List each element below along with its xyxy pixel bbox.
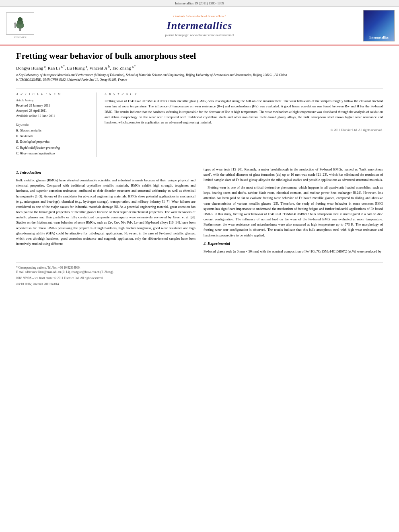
article-info-heading: A R T I C L E I N F O: [16, 92, 91, 96]
paper-title: Fretting wear behavior of bulk amorphous…: [16, 50, 383, 62]
journal-header: ELSEVIER Contents lists available at Sci…: [0, 7, 399, 45]
abstract-heading: A B S T R A C T: [105, 92, 383, 96]
keyword-3: B. Tribological properties: [16, 139, 91, 145]
body-two-columns: 1. Introduction Bulk metallic glasses (B…: [16, 167, 383, 257]
accepted-date: Accepted 28 April 2011: [16, 109, 91, 114]
elsevier-logo-area: ELSEVIER: [4, 10, 36, 41]
footnote-area: * Corresponding authors. Tel./fax: +86 1…: [16, 263, 383, 287]
history-label: Article history:: [16, 99, 91, 102]
corresponding-author-note: * Corresponding authors. Tel./fax: +86 1…: [16, 265, 383, 270]
intro-para-col2-1: types of wear tests [15–20]. Recently, a…: [204, 167, 383, 183]
journal-title-area: Contents lists available at ScienceDirec…: [40, 10, 359, 41]
email-addresses: E-mail addresses: liran@buaa.edu.cn (R. …: [16, 270, 383, 274]
elsevier-tree-icon: [11, 16, 29, 32]
keyword-4: C. Rapid solidification processing: [16, 145, 91, 151]
journal-thumbnail: Intermetallics: [363, 10, 395, 41]
journal-citation-text: Intermetallics 19 (2011) 1385–1389: [175, 1, 224, 5]
article-info-panel: A R T I C L E I N F O Article history: R…: [16, 92, 97, 156]
affiliation-a: a Key Laboratory of Aerospace Materials …: [16, 73, 383, 78]
section1-heading: 1. Introduction: [16, 169, 195, 176]
authors-line: Dongya Huang a, Ran Li a,*, Lu Huang a, …: [16, 65, 383, 71]
section2-heading: 2. Experimental: [204, 240, 383, 247]
sciencedirect-text: ScienceDirect: [208, 14, 226, 18]
thumbnail-title: Intermetallics: [369, 36, 389, 39]
keywords-section: Keywords: B. Glasses, metallic B. Oxidat…: [16, 123, 91, 157]
affiliation-b: b ICMMO/LEMHE, UMR CNRS 8182, Université…: [16, 78, 383, 82]
journal-homepage-url: journal homepage: www.elsevier.com/locat…: [165, 33, 234, 37]
abstract-panel: A B S T R A C T Fretting wear of Fe41Co7…: [105, 92, 383, 156]
keyword-1: B. Glasses, metallic: [16, 128, 91, 134]
body-left-column: 1. Introduction Bulk metallic glasses (B…: [16, 167, 195, 257]
contents-available-text: Contents lists available at: [173, 14, 207, 18]
svg-point-3: [18, 17, 23, 21]
info-abstract-section: A R T I C L E I N F O Article history: R…: [16, 88, 383, 161]
keyword-2: B. Oxidation: [16, 134, 91, 139]
issn-line: 0966-9795/$ – see front matter © 2011 El…: [16, 276, 383, 280]
elsevier-label: ELSEVIER: [14, 36, 26, 39]
svg-rect-5: [14, 25, 16, 28]
doi-line: doi:10.1016/j.intermet.2011.04.014: [16, 282, 383, 286]
journal-thumbnail-area: Intermetallics: [363, 10, 395, 41]
copyright-line: © 2011 Elsevier Ltd. All rights reserved…: [105, 128, 383, 132]
intro-para-col2-2: Fretting wear is one of the most critica…: [204, 185, 383, 238]
received-date: Received 28 January 2011: [16, 103, 91, 109]
keyword-5: C. Wear-resistant applications: [16, 151, 91, 156]
sciencedirect-link: Contents lists available at ScienceDirec…: [173, 14, 226, 18]
journal-citation-bar: Intermetallics 19 (2011) 1385–1389: [0, 0, 399, 7]
intro-para-1: Bulk metallic glasses (BMGs) have attrac…: [16, 178, 195, 246]
body-right-column: types of wear tests [15–20]. Recently, a…: [204, 167, 383, 257]
abstract-text: Fretting wear of Fe41Co7Cr15Mo14C15B6Y2 …: [105, 99, 383, 125]
author-dongya: Dongya Huang a, Ran Li a,*, Lu Huang a, …: [16, 66, 136, 70]
experimental-para-1: Fe-based glassy rods (φ 6 mm × 50 mm) wi…: [204, 249, 383, 254]
paper-content: Fretting wear behavior of bulk amorphous…: [0, 45, 399, 295]
article-history: Article history: Received 28 January 201…: [16, 99, 91, 119]
elsevier-logo-box: [6, 12, 34, 35]
online-date: Available online 12 June 2011: [16, 114, 91, 119]
journal-title: Intermetallics: [167, 20, 232, 32]
affiliations: a Key Laboratory of Aerospace Materials …: [16, 73, 383, 82]
svg-point-4: [14, 23, 16, 25]
keywords-label: Keywords:: [16, 123, 91, 127]
